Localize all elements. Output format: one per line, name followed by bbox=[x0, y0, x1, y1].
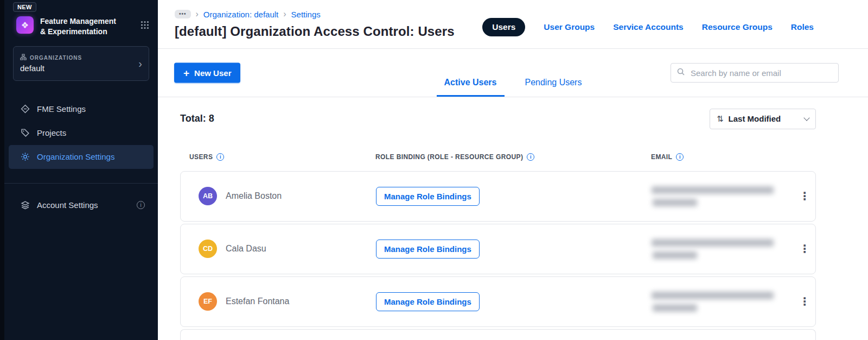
app-title: Feature Management & Experimentation bbox=[40, 16, 122, 37]
fme-settings-icon bbox=[21, 104, 30, 114]
redacted-email-line bbox=[653, 199, 697, 206]
manage-role-bindings-button[interactable]: Manage Role Bindings bbox=[376, 292, 480, 311]
sidebar-item-label: Account Settings bbox=[37, 200, 98, 210]
organizations-icon bbox=[20, 54, 27, 61]
module-nav-strip bbox=[0, 0, 4, 340]
search-icon bbox=[676, 67, 685, 78]
tab-active-users[interactable]: Active Users bbox=[437, 78, 505, 97]
sidebar-nav: FME Settings Projects Organization Se bbox=[4, 97, 158, 217]
total-count: Total: 8 bbox=[180, 113, 214, 124]
layers-icon bbox=[21, 200, 30, 210]
organization-selector[interactable]: ORGANIZATIONS default › bbox=[13, 46, 149, 81]
plus-icon: + bbox=[183, 67, 189, 78]
sort-label: Last Modified bbox=[729, 114, 781, 123]
redacted-email-line bbox=[653, 251, 697, 259]
search-input[interactable] bbox=[671, 63, 839, 83]
search-box bbox=[671, 63, 839, 83]
row-menu-kebab-icon[interactable]: ⋮ bbox=[794, 246, 815, 252]
chevron-right-icon: › bbox=[283, 9, 286, 19]
chevron-down-icon bbox=[803, 115, 809, 121]
tab-roles[interactable]: Roles bbox=[791, 22, 814, 32]
user-name: Cala Dasu bbox=[226, 244, 266, 254]
organization-value: default bbox=[20, 64, 82, 73]
tab-service-accounts[interactable]: Service Accounts bbox=[613, 22, 684, 32]
avatar: EF bbox=[199, 292, 217, 311]
breadcrumb: ••• › Organization: default › Settings bbox=[175, 9, 455, 19]
app-logo-icon: ❖ bbox=[16, 16, 34, 34]
organizations-label: ORGANIZATIONS bbox=[30, 55, 82, 61]
users-list-section: Total: 8 ⇅ Last Modified USERS i ROLE BI… bbox=[158, 97, 868, 340]
sidebar-item-organization-settings[interactable]: Organization Settings bbox=[9, 145, 154, 169]
redacted-email-line bbox=[653, 304, 697, 312]
email-redacted bbox=[652, 239, 794, 259]
sidebar-item-label: Organization Settings bbox=[37, 152, 114, 161]
email-redacted bbox=[652, 292, 794, 312]
sidebar-item-label: FME Settings bbox=[37, 104, 86, 114]
manage-role-bindings-button[interactable]: Manage Role Bindings bbox=[376, 240, 480, 259]
table-row: CD Cala Dasu Manage Role Bindings ⋮ bbox=[180, 224, 816, 274]
breadcrumb-settings-link[interactable]: Settings bbox=[291, 10, 321, 19]
table-row: EF Estefan Fontana Manage Role Bindings … bbox=[180, 276, 816, 327]
row-menu-kebab-icon[interactable]: ⋮ bbox=[794, 299, 815, 305]
toolbar: + New User Active Users Pending Users bbox=[158, 49, 868, 97]
user-cell: EF Estefan Fontana bbox=[181, 292, 376, 311]
table-header-row: USERS i ROLE BINDING (ROLE - RESOURCE GR… bbox=[180, 153, 816, 161]
sidebar-item-account-settings[interactable]: Account Settings i bbox=[9, 193, 154, 217]
column-header-role-binding: ROLE BINDING (ROLE - RESOURCE GROUP) i bbox=[375, 153, 651, 161]
tab-resource-groups[interactable]: Resource Groups bbox=[702, 22, 773, 32]
app-switcher-icon[interactable] bbox=[141, 21, 149, 32]
chevron-right-icon: › bbox=[196, 9, 199, 19]
email-redacted bbox=[652, 186, 794, 206]
list-controls: Total: 8 ⇅ Last Modified bbox=[180, 109, 816, 129]
column-header-email: EMAIL i bbox=[651, 153, 794, 161]
info-icon[interactable]: i bbox=[137, 201, 145, 209]
page-title: [default] Organization Access Control: U… bbox=[175, 24, 455, 39]
info-icon[interactable]: i bbox=[527, 153, 534, 161]
info-icon[interactable]: i bbox=[676, 153, 684, 161]
chevron-right-icon: › bbox=[138, 58, 142, 69]
breadcrumb-org-link[interactable]: Organization: default bbox=[203, 10, 278, 19]
page-header: ••• › Organization: default › Settings [… bbox=[158, 0, 868, 48]
info-icon[interactable]: i bbox=[216, 153, 224, 161]
column-header-users: USERS i bbox=[180, 153, 375, 161]
sidebar-item-fme-settings[interactable]: FME Settings bbox=[9, 97, 154, 121]
new-user-label: New User bbox=[194, 68, 231, 78]
redacted-email-line bbox=[652, 292, 774, 299]
tab-pending-users[interactable]: Pending Users bbox=[518, 78, 590, 97]
sidebar-item-projects[interactable]: Projects bbox=[9, 121, 154, 145]
tab-user-groups[interactable]: User Groups bbox=[544, 22, 595, 32]
sort-dropdown[interactable]: ⇅ Last Modified bbox=[710, 109, 816, 129]
user-state-tabs: Active Users Pending Users bbox=[437, 78, 590, 97]
row-menu-kebab-icon[interactable]: ⋮ bbox=[794, 193, 815, 199]
projects-icon bbox=[21, 128, 30, 137]
access-control-tabs: Users User Groups Service Accounts Resou… bbox=[482, 18, 814, 36]
main-content: ••• › Organization: default › Settings [… bbox=[158, 0, 868, 340]
sidebar: NEW ❖ Feature Management & Experimentati… bbox=[4, 0, 158, 340]
redacted-email-line bbox=[652, 186, 774, 194]
sidebar-item-label: Projects bbox=[37, 128, 66, 137]
header-left: ••• › Organization: default › Settings [… bbox=[175, 9, 455, 39]
new-user-button[interactable]: + New User bbox=[174, 63, 240, 83]
table-row: AB Amelia Boston Manage Role Bindings ⋮ bbox=[180, 171, 816, 222]
manage-role-bindings-button[interactable]: Manage Role Bindings bbox=[376, 187, 480, 206]
avatar: AB bbox=[199, 187, 217, 205]
user-cell: AB Amelia Boston bbox=[181, 187, 376, 205]
redacted-email-line bbox=[652, 239, 774, 247]
sidebar-divider bbox=[4, 183, 158, 184]
next-row-partial bbox=[180, 329, 816, 340]
user-name: Estefan Fontana bbox=[226, 297, 289, 306]
user-cell: CD Cala Dasu bbox=[181, 240, 376, 258]
app-window: NEW ❖ Feature Management & Experimentati… bbox=[0, 0, 868, 340]
gear-icon bbox=[21, 152, 30, 161]
tab-users[interactable]: Users bbox=[482, 18, 525, 36]
breadcrumb-ellipsis-button[interactable]: ••• bbox=[175, 10, 191, 18]
sort-icon: ⇅ bbox=[717, 114, 724, 124]
user-name: Amelia Boston bbox=[226, 191, 282, 201]
new-badge: NEW bbox=[13, 2, 36, 12]
avatar: CD bbox=[199, 240, 217, 258]
